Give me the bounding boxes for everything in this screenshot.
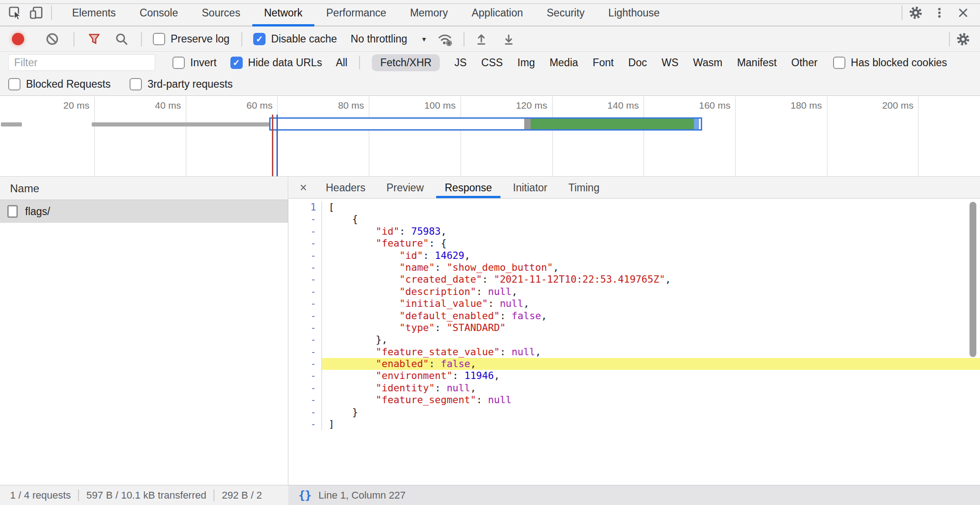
code-line-content: "id": 75983, xyxy=(322,226,980,237)
network-summary-bar: 1 / 4 requests 597 B / 10.1 kB transferr… xyxy=(0,485,288,505)
filter-type-all[interactable]: All xyxy=(336,57,348,69)
code-token: : xyxy=(500,346,511,358)
toolbar-divider xyxy=(51,5,52,20)
timeline-tick-label: 40 ms xyxy=(131,100,181,111)
code-line: - } xyxy=(289,406,980,418)
code-token: : xyxy=(476,394,488,405)
code-token: "id" xyxy=(376,226,400,237)
device-toolbar-icon[interactable] xyxy=(26,2,47,23)
export-har-icon[interactable] xyxy=(498,29,519,50)
network-overview-timeline[interactable]: 20 ms40 ms60 ms80 ms100 ms120 ms140 ms16… xyxy=(0,96,980,177)
has-blocked-cookies-label: Has blocked cookies xyxy=(851,57,947,69)
filter-type-doc[interactable]: Doc xyxy=(628,57,647,69)
code-line-content: } xyxy=(322,406,980,418)
main-tab-memory[interactable]: Memory xyxy=(398,0,460,26)
code-line: - "identity": null, xyxy=(289,382,980,394)
filter-type-media[interactable]: Media xyxy=(549,57,578,69)
main-tab-security[interactable]: Security xyxy=(535,0,596,26)
filter-input[interactable] xyxy=(8,54,155,71)
filter-type-ws[interactable]: WS xyxy=(662,57,678,69)
throttling-select[interactable]: No throttling ▼ xyxy=(351,33,427,45)
filter-type-img[interactable]: Img xyxy=(517,57,535,69)
filter-funnel-icon[interactable] xyxy=(83,29,104,50)
request-row-flags[interactable]: flags/ xyxy=(0,200,288,223)
hide-data-urls-checkbox[interactable]: ✓ xyxy=(230,57,243,69)
network-settings-gear-icon[interactable] xyxy=(953,29,974,50)
vertical-scrollbar[interactable] xyxy=(970,202,976,357)
chevron-down-icon: ▼ xyxy=(421,36,427,43)
code-token: null xyxy=(488,286,512,297)
more-options-kebab-icon[interactable] xyxy=(929,2,950,23)
inspect-element-icon[interactable] xyxy=(5,2,26,23)
code-line-content: "initial_value": null, xyxy=(322,298,980,310)
record-network-log-button[interactable] xyxy=(12,33,24,45)
code-token: : xyxy=(482,274,494,285)
main-tab-application[interactable]: Application xyxy=(460,0,535,26)
filter-type-js[interactable]: JS xyxy=(454,57,467,69)
search-icon[interactable] xyxy=(111,29,132,50)
disable-cache-label: Disable cache xyxy=(271,33,337,45)
main-tab-console[interactable]: Console xyxy=(128,0,190,26)
main-tab-sources[interactable]: Sources xyxy=(190,0,252,26)
detail-tab-timing[interactable]: Timing xyxy=(558,177,610,198)
detail-tab-response[interactable]: Response xyxy=(434,177,503,198)
filter-type-font[interactable]: Font xyxy=(593,57,614,69)
source-status-bar: {} Line 1, Column 227 xyxy=(288,485,980,505)
main-tab-performance[interactable]: Performance xyxy=(314,0,398,26)
filter-type-other[interactable]: Other xyxy=(791,57,818,69)
code-token xyxy=(328,286,399,297)
main-tab-elements[interactable]: Elements xyxy=(60,0,128,26)
code-line: - "description": null, xyxy=(289,286,980,298)
code-line-content: "feature": { xyxy=(322,237,980,249)
filter-type-wasm[interactable]: Wasm xyxy=(693,57,722,69)
detail-tab-initiator[interactable]: Initiator xyxy=(502,177,558,198)
selected-request-waterfall-bar[interactable] xyxy=(269,117,702,131)
code-line-content: "default_enabled": false, xyxy=(322,310,980,322)
filter-type-fetch-xhr[interactable]: Fetch/XHR xyxy=(372,54,439,71)
code-token: { xyxy=(328,213,358,225)
clear-network-log-icon[interactable] xyxy=(42,29,63,50)
code-token xyxy=(328,358,376,369)
request-type-filter-list: AllFetch/XHRJSCSSImgMediaFontDocWSWasmMa… xyxy=(336,54,818,71)
request-waterfall-bar[interactable] xyxy=(1,122,22,126)
code-token: null xyxy=(488,394,512,405)
close-devtools-icon[interactable] xyxy=(953,2,974,23)
code-token: , xyxy=(665,274,671,285)
detail-tab-headers[interactable]: Headers xyxy=(315,177,376,198)
main-tab-network[interactable]: Network xyxy=(252,0,314,26)
detail-tab-preview[interactable]: Preview xyxy=(376,177,434,198)
waterfall-segment xyxy=(271,119,524,129)
network-conditions-icon[interactable] xyxy=(434,29,455,50)
blocked-requests-checkbox[interactable] xyxy=(8,78,21,90)
code-token: false xyxy=(511,310,541,321)
requests-name-column-header[interactable]: Name xyxy=(0,177,288,200)
invert-checkbox[interactable] xyxy=(172,57,185,69)
third-party-requests-checkbox[interactable] xyxy=(130,78,142,90)
import-har-icon[interactable] xyxy=(471,29,492,50)
code-line-content: "name": "show_demo_button", xyxy=(322,262,980,274)
filter-type-manifest[interactable]: Manifest xyxy=(737,57,777,69)
disable-cache-checkbox[interactable]: ✓ xyxy=(253,33,266,45)
settings-gear-icon[interactable] xyxy=(905,2,926,23)
main-tab-lighthouse[interactable]: Lighthouse xyxy=(596,0,672,26)
response-code-viewer[interactable]: 1[- {- "id": 75983,- "feature": {- "id":… xyxy=(289,199,980,485)
has-blocked-cookies-checkbox[interactable] xyxy=(833,57,845,69)
filter-type-css[interactable]: CSS xyxy=(481,57,503,69)
timeline-tick-label: 160 ms xyxy=(680,100,730,111)
close-detail-icon[interactable]: × xyxy=(292,177,315,198)
line-number-gutter: - xyxy=(289,226,322,237)
timeline-tick-label: 140 ms xyxy=(589,100,639,111)
code-token xyxy=(328,226,376,237)
code-token: : xyxy=(429,358,441,369)
preserve-log-checkbox[interactable] xyxy=(153,33,165,45)
line-number-gutter: - xyxy=(289,322,322,334)
line-number-gutter: - xyxy=(289,274,322,285)
code-token: : xyxy=(435,322,447,333)
code-line: - "created_date": "2021-11-12T10:22:53.4… xyxy=(289,274,980,285)
timeline-gridline xyxy=(186,96,187,176)
pretty-print-braces-icon[interactable]: {} xyxy=(298,489,311,502)
timeline-gridline xyxy=(94,96,95,176)
code-token xyxy=(328,250,399,261)
code-token: : xyxy=(500,310,511,321)
code-token: , xyxy=(441,226,447,237)
